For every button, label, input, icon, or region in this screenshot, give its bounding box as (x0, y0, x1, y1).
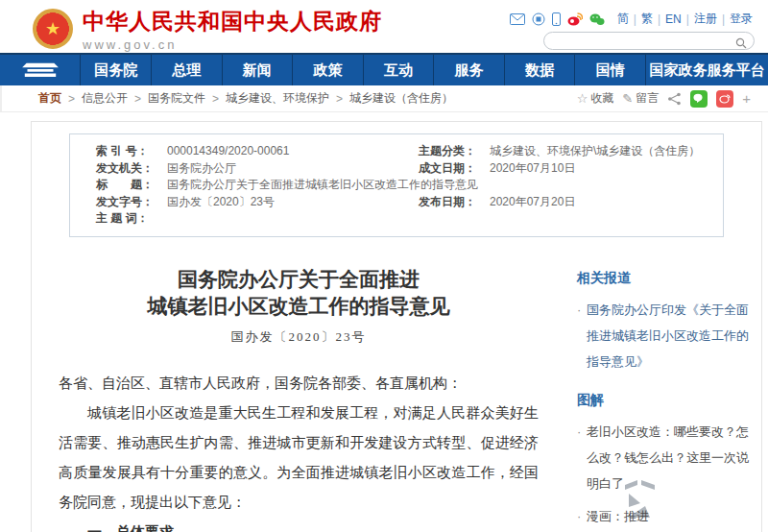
star-icon: ☆ (577, 91, 588, 106)
meta-label: 发布日期： (419, 194, 490, 211)
breadcrumb-separator: > (61, 92, 82, 106)
site-url: www.gov.cn (83, 37, 382, 52)
main-nav: 国务院总理新闻政策互动服务数据国情国家政务服务平台 (0, 53, 768, 85)
sidebar-link[interactable]: 漫画：推进 (577, 503, 752, 529)
meta-value: 国办发〔2020〕23号 (167, 194, 275, 211)
meta-row-right: 主题分类：城乡建设、环境保护\城乡建设（含住房） (419, 143, 711, 160)
quick-links: 简|繁|EN|注册|登录 (615, 11, 755, 27)
national-emblem-logo: ★ (33, 9, 73, 49)
sidebar-link[interactable]: 老旧小区改造：哪些要改？怎么改？钱怎么出？这里一次说明白了 (577, 419, 752, 496)
rss-icon[interactable] (532, 12, 545, 26)
site-header: ★ 中华人民共和国中央人民政府 www.gov.cn (0, 0, 768, 53)
search-icon[interactable] (735, 36, 747, 53)
mail-icon[interactable] (510, 13, 525, 25)
breadcrumb-item[interactable]: 城乡建设、环境保护 (226, 90, 329, 107)
meta-value: 2020年07月20日 (490, 194, 575, 211)
meta-label: 主 题 词： (96, 210, 167, 228)
meta-value: 2020年07月10日 (490, 160, 575, 178)
breadcrumb-item[interactable]: 国务院文件 (148, 90, 205, 107)
meta-label: 发文机关： (96, 160, 167, 178)
sidebar-section: 相关报道国务院办公厅印发《关于全面推进城镇老旧小区改造工作的指导意见》 (577, 270, 752, 375)
mobile-icon[interactable] (552, 12, 561, 26)
favorite-button[interactable]: ☆ 收藏 (577, 90, 614, 107)
wechat-icon[interactable] (589, 12, 605, 26)
nav-item[interactable]: 国家政务服务平台 (645, 55, 768, 85)
nav-item[interactable]: 新闻 (222, 55, 293, 85)
lang-english-link[interactable]: EN (663, 12, 684, 26)
nav-item[interactable]: 数据 (504, 55, 575, 85)
meta-label: 索 引 号： (96, 143, 167, 160)
document-number: 国办发〔2020〕23号 (59, 328, 539, 346)
body-text: 各省、自治区、直辖市人民政府，国务院各部委、各直属机构： (59, 375, 462, 391)
meta-label: 成文日期： (419, 160, 490, 178)
content-area: 国务院办公厅关于全面推进 城镇老旧小区改造工作的指导意见 国办发〔2020〕23… (32, 237, 761, 532)
article: 国务院办公厅关于全面推进 城镇老旧小区改造工作的指导意见 国办发〔2020〕23… (59, 237, 539, 532)
meta-value: 国务院办公厅 (167, 160, 236, 178)
nav-item[interactable]: 国务院 (80, 55, 151, 85)
nav-item[interactable]: 政策 (292, 55, 363, 85)
wechat-share-button[interactable] (690, 90, 708, 108)
meta-row-left: 发文字号：国办发〔2020〕23号 (96, 194, 419, 211)
page-actions: ☆ 收藏 ✎ 留言 + (577, 90, 751, 108)
sidebar-section-title: 相关报道 (577, 270, 752, 287)
article-paragraph: 各省、自治区、直辖市人民政府，国务院各部委、各直属机构： (59, 369, 539, 399)
meta-row-left: 索 引 号：000014349/2020-00061 (96, 143, 419, 160)
meta-row-left: 发文机关：国务院办公厅 (96, 160, 419, 178)
article-body: 各省、自治区、直辖市人民政府，国务院各部委、各直属机构：城镇老旧小区改造是重大民… (59, 369, 539, 532)
pencil-icon: ✎ (622, 91, 633, 106)
bold-text: 一、总体要求 (87, 524, 174, 532)
document-title: 国务院办公厅关于全面推进 城镇老旧小区改造工作的指导意见 (59, 266, 539, 320)
meta-label: 标 题： (96, 177, 167, 194)
search-input[interactable] (554, 35, 736, 51)
breadcrumb-separator: > (128, 92, 148, 106)
more-share-button[interactable]: + (742, 90, 751, 107)
meta-label: 主题分类： (419, 143, 490, 160)
share-button[interactable] (667, 92, 682, 106)
header-utilities: 简|繁|EN|注册|登录 (510, 0, 755, 53)
nav-item[interactable]: 互动 (363, 55, 434, 85)
nav-item-home[interactable] (0, 55, 80, 85)
weibo-icon[interactable] (567, 12, 583, 26)
meta-row-right: 成文日期：2020年07月10日 (419, 160, 711, 178)
breadcrumb-row: 首页>信息公开>国务院文件>城乡建设、环境保护>城乡建设（含住房） ☆ 收藏 ✎… (0, 85, 768, 112)
meta-value: 000014349/2020-00061 (167, 143, 289, 160)
site-brand[interactable]: ★ 中华人民共和国中央人民政府 www.gov.cn (33, 5, 382, 53)
meta-row-left: 标 题：国务院办公厅关于全面推进城镇老旧小区改造工作的指导意见 (96, 177, 711, 194)
breadcrumb-item[interactable]: 首页 (38, 90, 61, 107)
home-icon (18, 60, 62, 81)
nav-item[interactable]: 服务 (433, 55, 504, 85)
breadcrumb-separator: > (329, 92, 349, 106)
login-link[interactable]: 登录 (728, 11, 755, 27)
meta-label: 发文字号： (96, 194, 167, 211)
article-paragraph: 一、总体要求 (59, 518, 539, 532)
register-link[interactable]: 注册 (692, 11, 719, 27)
breadcrumb-item[interactable]: 城乡建设（含住房） (349, 90, 453, 107)
breadcrumb: 首页>信息公开>国务院文件>城乡建设、环境保护>城乡建设（含住房） (38, 90, 453, 107)
article-paragraph: 城镇老旧小区改造是重大民生工程和发展工程，对满足人民群众美好生活需要、推动惠民生… (59, 399, 539, 518)
lang-traditional-link[interactable]: 繁 (639, 11, 655, 27)
nav-item[interactable]: 总理 (151, 55, 222, 85)
meta-value: 国务院办公厅关于全面推进城镇老旧小区改造工作的指导意见 (167, 177, 478, 194)
meta-value: 城乡建设、环境保护\城乡建设（含住房） (490, 143, 700, 160)
sidebar-section-title: 图解 (577, 392, 752, 409)
document-meta-box: 索 引 号：000014349/2020-00061主题分类：城乡建设、环境保护… (69, 133, 724, 237)
meta-row-right: 发布日期：2020年07月20日 (419, 194, 711, 211)
weibo-share-button[interactable] (716, 90, 733, 108)
sidebar-link[interactable]: 国务院办公厅印发《关于全面推进城镇老旧小区改造工作的指导意见》 (577, 297, 752, 375)
meta-row-left: 主 题 词： (96, 210, 711, 228)
sidebar-section: 图解老旧小区改造：哪些要改？怎么改？钱怎么出？这里一次说明白了漫画：推进 (577, 392, 752, 529)
breadcrumb-separator: > (205, 92, 226, 106)
search-box (543, 32, 755, 50)
nav-item[interactable]: 国情 (574, 55, 645, 85)
body-text: 城镇老旧小区改造是重大民生工程和发展工程，对满足人民群众美好生活需要、推动惠民生… (59, 405, 539, 510)
sidebar: 相关报道国务院办公厅印发《关于全面推进城镇老旧小区改造工作的指导意见》图解老旧小… (539, 237, 761, 532)
breadcrumb-item[interactable]: 信息公开 (82, 90, 128, 107)
main-container: 索 引 号：000014349/2020-00061主题分类：城乡建设、环境保护… (31, 121, 762, 532)
comment-button[interactable]: ✎ 留言 (622, 90, 659, 107)
site-title: 中华人民共和国中央人民政府 (83, 7, 382, 36)
page: ★ 中华人民共和国中央人民政府 www.gov.cn (0, 0, 768, 532)
lang-simplified-link[interactable]: 简 (615, 11, 631, 27)
